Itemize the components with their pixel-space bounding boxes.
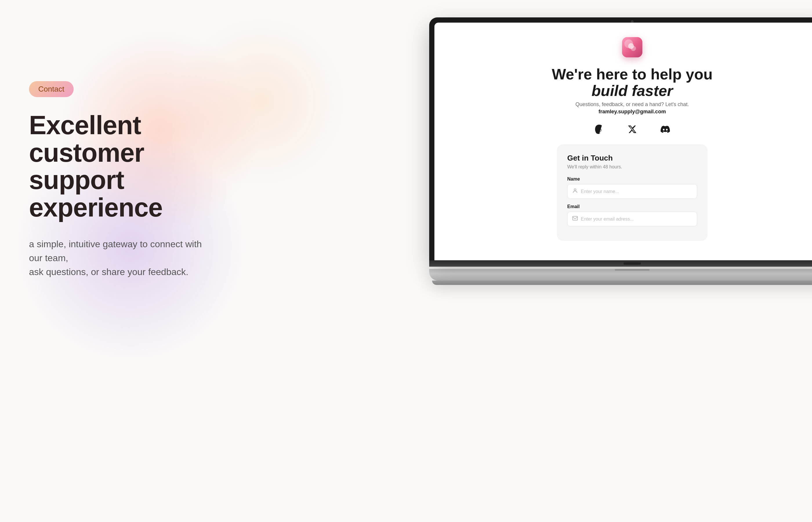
user-icon (572, 188, 578, 195)
screen-content: We're here to help you build faster Ques… (434, 23, 812, 260)
hero-title-normal: We're here to help you (552, 66, 713, 83)
app-icon-svg (627, 42, 637, 53)
svg-text:@: @ (595, 126, 602, 134)
social-icons-row: @ (593, 123, 672, 136)
headline-line1: Excellent customer (29, 111, 144, 167)
laptop-base (429, 269, 812, 281)
app-icon-inner (622, 37, 642, 57)
left-content: Contact Excellent customer support exper… (29, 81, 203, 279)
discord-icon[interactable] (659, 123, 672, 136)
hero-title-italic: build faster (592, 82, 673, 99)
screen-email: framley.supply@gmail.com (598, 109, 666, 115)
email-label: Email (567, 204, 697, 209)
svg-point-1 (631, 46, 636, 51)
headline-line2: support experience (29, 165, 162, 222)
description-line1: a simple, intuitive gateway to connect w… (29, 239, 202, 263)
screen-subtitle: Questions, feedback, or need a hand? Let… (575, 101, 689, 107)
hinge-detail (623, 262, 641, 265)
laptop-base-bottom (432, 281, 812, 285)
description: a simple, intuitive gateway to connect w… (29, 237, 203, 279)
card-title: Get in Touch (567, 154, 697, 163)
laptop-mockup: We're here to help you build faster Ques… (429, 17, 812, 285)
name-label: Name (567, 177, 697, 182)
laptop-screen-bezel: We're here to help you build faster Ques… (429, 17, 812, 260)
email-input-wrapper (567, 212, 697, 226)
svg-rect-4 (573, 217, 578, 220)
laptop-hinge (429, 260, 812, 267)
name-input[interactable] (581, 189, 692, 194)
email-input[interactable] (581, 217, 692, 222)
laptop-outer: We're here to help you build faster Ques… (429, 17, 812, 285)
svg-point-3 (574, 189, 576, 191)
contact-badge: Contact (29, 81, 74, 97)
app-icon (622, 37, 642, 57)
main-headline: Excellent customer support experience (29, 112, 203, 221)
threads-icon[interactable]: @ (593, 123, 606, 136)
description-line2: ask questions, or share your feedback. (29, 267, 189, 277)
trackpad (615, 269, 650, 271)
name-input-wrapper (567, 184, 697, 199)
contact-form-card: Get in Touch We'll reply within 48 hours… (557, 144, 708, 241)
laptop-screen: We're here to help you build faster Ques… (434, 23, 812, 260)
x-twitter-icon[interactable] (626, 123, 638, 136)
email-icon (572, 215, 578, 223)
card-subtitle: We'll reply within 48 hours. (567, 164, 697, 169)
screen-hero-title: We're here to help you build faster (552, 66, 713, 99)
